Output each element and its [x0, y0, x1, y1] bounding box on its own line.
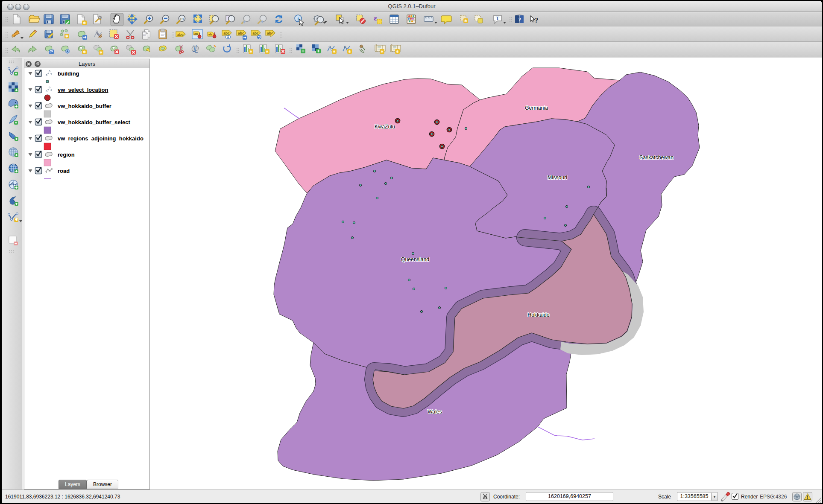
- svg-text:✱: ✱: [14, 217, 18, 222]
- svg-text:building: building: [58, 70, 79, 77]
- svg-text:Germania: Germania: [525, 105, 548, 111]
- svg-text:?: ?: [535, 16, 539, 24]
- svg-text:road: road: [58, 168, 70, 174]
- svg-text:Saskatchewan: Saskatchewan: [639, 154, 674, 160]
- svg-text:KwaZulu: KwaZulu: [375, 124, 395, 130]
- svg-text:vw_hokkaido_buffer_select: vw_hokkaido_buffer_select: [58, 119, 130, 125]
- svg-text:Queensland: Queensland: [401, 256, 429, 262]
- svg-text:Hokkaido: Hokkaido: [527, 312, 549, 318]
- svg-text:T: T: [496, 15, 499, 21]
- svg-text:Missouri: Missouri: [548, 175, 567, 181]
- svg-text:region: region: [58, 151, 75, 158]
- svg-text:ε: ε: [374, 14, 377, 22]
- svg-text:i: i: [297, 16, 299, 21]
- svg-text:?: ?: [518, 17, 521, 23]
- svg-text:ab: ab: [208, 33, 212, 36]
- svg-text:ab: ab: [194, 32, 198, 35]
- svg-text:1:1: 1:1: [180, 17, 184, 20]
- svg-text:Wales: Wales: [428, 409, 442, 415]
- svg-text:vw_hokkaido_buffer: vw_hokkaido_buffer: [58, 103, 111, 109]
- svg-text:vw_regions_adjoining_hokkaido: vw_regions_adjoining_hokkaido: [58, 135, 144, 142]
- svg-text:vw_select_location: vw_select_location: [58, 87, 108, 93]
